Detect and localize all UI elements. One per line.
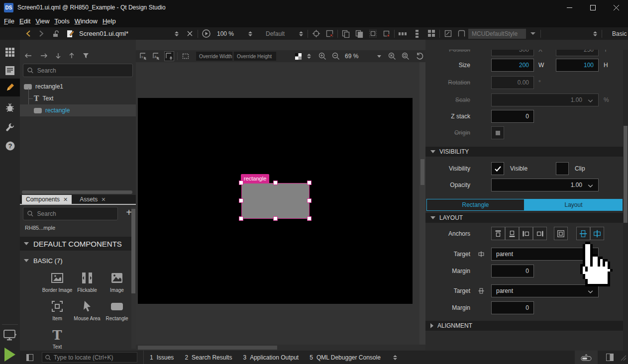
component-item[interactable]: Item	[42, 299, 73, 321]
run-project-icon[interactable]	[0, 346, 20, 364]
distribute-grid-icon[interactable]	[426, 29, 436, 39]
sidebar-toggle-icon[interactable]	[25, 353, 35, 363]
zoom-all-icon[interactable]	[387, 51, 397, 61]
section-default-components[interactable]: DEFAULT COMPONENTS	[20, 237, 136, 251]
menu-help[interactable]: Help	[100, 15, 118, 27]
kit-spinner[interactable]	[298, 30, 305, 38]
share-icon[interactable]	[311, 29, 321, 39]
size-height-field[interactable]: 100	[556, 59, 599, 72]
zstack-field[interactable]: 0	[491, 110, 534, 123]
nav-up-icon[interactable]	[69, 53, 74, 59]
anchor-horizontal-center-button[interactable]	[590, 227, 604, 240]
menu-tools[interactable]: Tools	[52, 15, 72, 27]
canvas-zoom-value[interactable]: 69 %	[345, 53, 358, 60]
output-panel-toggle-icon[interactable]	[605, 353, 615, 363]
style-combo-arrow[interactable]	[530, 32, 535, 35]
select-only-icon[interactable]: A	[151, 51, 161, 61]
tab-components-close-icon[interactable]: ✕	[63, 196, 68, 203]
forward-icon[interactable]	[36, 29, 46, 39]
anchor-fill-button[interactable]	[554, 227, 568, 240]
application-output-button[interactable]: 3Application Output	[243, 354, 299, 361]
tab-layout-props[interactable]: Layout	[524, 199, 623, 211]
tab-components[interactable]: Components✕	[22, 195, 72, 204]
resize-handle-s[interactable]	[273, 216, 278, 221]
kit-selector[interactable]: Default	[266, 30, 285, 37]
scale-dropdown-icon[interactable]	[588, 98, 593, 103]
theme-selector[interactable]: Basic	[612, 30, 627, 37]
issues-button[interactable]: 1Issues	[150, 354, 174, 361]
clip-checkbox[interactable]	[556, 162, 569, 175]
copy-icon[interactable]	[341, 29, 351, 39]
menu-edit[interactable]: Edit	[17, 15, 33, 27]
select-remove-icon[interactable]	[381, 29, 391, 39]
component-border-image[interactable]: Border Image	[42, 271, 73, 293]
component-icon[interactable]	[456, 29, 466, 39]
size-width-field[interactable]: 200	[491, 59, 534, 72]
component-flickable[interactable]: Flickable	[72, 271, 103, 293]
resize-handle-se[interactable]	[307, 216, 312, 221]
help-mode-icon[interactable]: ?	[0, 137, 20, 154]
nav-left-icon[interactable]	[25, 53, 32, 58]
anchor-right-button[interactable]	[533, 227, 547, 240]
move-tool-icon[interactable]	[164, 51, 174, 61]
resize-grip[interactable]	[620, 354, 627, 361]
run-preview-icon[interactable]	[201, 29, 211, 39]
override-width-field[interactable]: Override Width	[196, 52, 232, 61]
resize-handle-n[interactable]	[273, 181, 278, 185]
margin2-field[interactable]: 0	[491, 301, 534, 314]
alignment-section-header[interactable]: ALIGNMENT	[425, 321, 628, 331]
style-spinner[interactable]	[592, 30, 599, 38]
document-name[interactable]: Screen01.ui.qml*	[79, 30, 128, 37]
override-height-field[interactable]: Override Height	[234, 52, 276, 61]
close-button[interactable]	[605, 0, 628, 15]
welcome-mode-icon[interactable]	[0, 44, 20, 61]
edit-style-icon[interactable]	[443, 29, 453, 39]
edit-mode-icon[interactable]	[0, 62, 20, 79]
preview-zoom-spinner[interactable]	[247, 30, 254, 38]
position-y-field[interactable]: 250	[556, 50, 599, 56]
target2-dropdown-icon[interactable]	[588, 289, 593, 294]
resize-handle-w[interactable]	[239, 198, 243, 203]
anchor-bottom-button[interactable]	[505, 227, 519, 240]
locator-field[interactable]	[42, 352, 137, 363]
anchor-top-button[interactable]	[491, 227, 505, 240]
distribute-v-icon[interactable]	[412, 29, 422, 39]
selected-rectangle[interactable]	[241, 183, 310, 219]
nav-down-icon[interactable]	[56, 53, 61, 59]
background-color-icon[interactable]	[293, 51, 303, 61]
nav-filter-icon[interactable]	[83, 53, 89, 59]
opacity-dropdown-icon[interactable]	[588, 183, 593, 188]
margin1-field[interactable]: 0	[491, 265, 534, 277]
snap-icon[interactable]	[181, 51, 191, 61]
document-spinner[interactable]	[173, 30, 180, 38]
component-mouse-area[interactable]: Mouse Area	[72, 299, 103, 321]
nav-right-icon[interactable]	[40, 53, 47, 58]
tab-rectangle-props[interactable]: Rectangle	[426, 199, 524, 211]
back-icon[interactable]	[23, 29, 33, 39]
zoom-selection-icon[interactable]	[401, 51, 411, 61]
menu-file[interactable]: File	[1, 15, 17, 27]
components-searchbox[interactable]	[23, 207, 118, 220]
canvas-hscrollbar[interactable]	[138, 346, 277, 350]
background-spinner[interactable]	[306, 52, 313, 60]
reset-view-icon[interactable]	[415, 51, 424, 61]
rotation-field[interactable]: 0.00	[491, 76, 534, 89]
navigator-search-input[interactable]	[37, 67, 128, 74]
position-x-field[interactable]: 300	[491, 50, 534, 56]
visibility-section-header[interactable]: VISIBILITY	[425, 147, 628, 157]
resize-handle-e[interactable]	[307, 198, 312, 203]
tree-item-text[interactable]: T Text	[20, 92, 136, 104]
components-search-input[interactable]	[37, 210, 113, 217]
anchor-left-button[interactable]	[519, 227, 533, 240]
style-combo[interactable]: MCUDefaultStyle	[468, 29, 526, 39]
components-vscrollbar[interactable]	[131, 209, 135, 293]
menu-window[interactable]: Window	[72, 15, 100, 27]
module-item[interactable]: RH85...mple	[25, 225, 55, 231]
close-document-icon[interactable]	[185, 29, 195, 39]
opacity-field[interactable]: 1.00	[491, 179, 599, 191]
tab-assets-close-icon[interactable]: ✕	[101, 196, 105, 203]
component-text[interactable]: T Text	[42, 328, 73, 350]
canvas-zoom-arrow[interactable]	[377, 55, 381, 58]
lock-icon[interactable]	[51, 29, 61, 39]
anchor-vertical-center-button[interactable]	[576, 227, 590, 240]
